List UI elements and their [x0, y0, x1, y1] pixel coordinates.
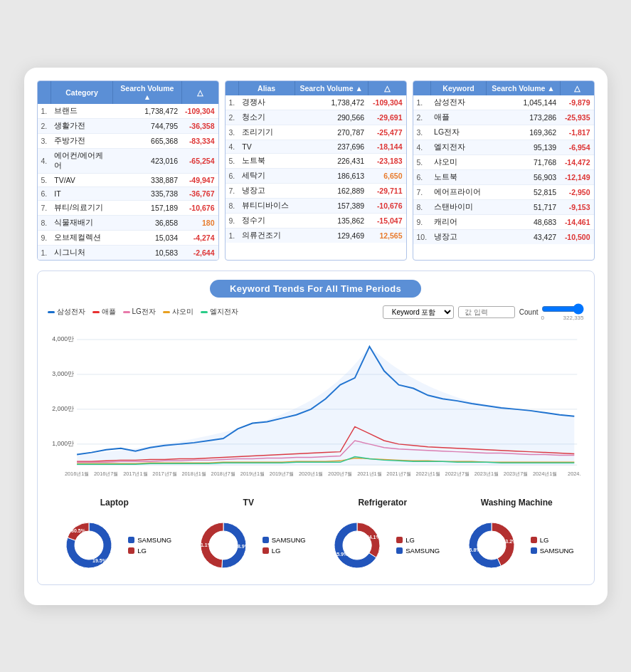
row-volume: 173,286	[487, 110, 560, 125]
table-row: 6.IT335,738-36,767	[38, 187, 218, 200]
chart-section: Keyword Trends For All Time Periods 삼성전자…	[37, 271, 595, 585]
row-volume: 95,139	[487, 140, 560, 154]
chart-title: Keyword Trends For All Time Periods	[210, 280, 421, 298]
row-delta: -109,304	[368, 95, 405, 110]
donut-title: Washing Machine	[481, 498, 553, 508]
row-name: 스탠바이미	[430, 199, 487, 214]
table-row: 5.샤오미71,768-14,472	[413, 154, 594, 169]
keyword-filter-select[interactable]: Keyword 포함	[383, 305, 454, 319]
donut-legend-label: LG	[540, 536, 549, 544]
table-row: 6.세탁기186,6136,650	[226, 168, 406, 183]
donut-legend-label: SAMSUNG	[137, 536, 171, 544]
row-volume: 10,583	[113, 245, 181, 260]
svg-text:2016년7월: 2016년7월	[94, 470, 118, 476]
row-name: 캐리어	[430, 214, 487, 229]
col-header-sv3[interactable]: Search Volume ▲	[487, 81, 560, 95]
col-header-sv1[interactable]: Search Volume ▲	[113, 81, 181, 104]
table-row: 1.의류건조기129,46912,565	[226, 228, 406, 243]
table-row: 1.경쟁사1,738,472-109,304	[226, 95, 406, 110]
row-volume: 423,016	[113, 148, 181, 173]
row-delta: -23,183	[368, 153, 405, 168]
donut-block: TV48.9%51.1%SAMSUNGLG	[184, 498, 312, 577]
row-delta: -14,461	[560, 214, 593, 229]
col-header-num3	[413, 81, 431, 95]
svg-text:4,000만: 4,000만	[52, 335, 74, 342]
row-delta: -36,767	[181, 187, 218, 200]
count-label: Count	[519, 308, 539, 316]
col-header-num	[38, 81, 51, 104]
donut-legend-item: LG	[531, 536, 574, 544]
row-num: 3.	[226, 125, 239, 140]
row-num: 7.	[38, 200, 51, 215]
table-row: 2.청소기290,566-29,691	[226, 110, 406, 125]
donut-inner: 48.9%51.1%SAMSUNGLG	[191, 513, 306, 577]
row-name: 냉장고	[238, 183, 295, 198]
legend-label: LG전자	[132, 307, 156, 317]
donut-legend-item: LG	[263, 547, 306, 555]
table-row: 8.스탠바이미51,717-9,153	[413, 199, 594, 214]
col-header-delta3[interactable]: △	[560, 81, 593, 95]
table-row: 4.TV237,696-18,144	[226, 140, 406, 153]
row-volume: 52,815	[487, 184, 560, 199]
row-delta: -9,153	[560, 199, 593, 214]
row-delta: -12,149	[560, 169, 593, 184]
svg-text:2017년1월: 2017년1월	[123, 470, 147, 476]
row-volume: 15,034	[113, 230, 181, 245]
legend-item: 삼성전자	[48, 307, 85, 317]
row-num: 6.	[413, 169, 431, 184]
row-delta: -83,334	[181, 133, 218, 148]
donut-inner: 34.1%65.9%LGSAMSUNG	[325, 513, 440, 577]
donut-label: 56.8%	[466, 547, 481, 552]
col-header-delta1[interactable]: △	[181, 81, 218, 104]
table-row: 5.노트북226,431-23,183	[226, 153, 406, 168]
row-num: 4.	[38, 148, 51, 173]
row-num: 4.	[226, 140, 239, 153]
svg-text:2023년7월: 2023년7월	[503, 470, 527, 476]
row-name: 노트북	[238, 153, 295, 168]
svg-text:2024.: 2024.	[568, 470, 580, 476]
row-volume: 1,045,144	[487, 95, 560, 110]
row-num: 7.	[413, 184, 431, 199]
svg-text:2021년1월: 2021년1월	[357, 470, 381, 476]
table-row: 10.냉장고43,427-10,500	[413, 229, 594, 244]
keyword-table: Keyword Search Volume ▲ △ 1.삼성전자1,045,14…	[413, 80, 595, 261]
row-name: 식물재배기	[51, 215, 112, 230]
svg-text:2022년1월: 2022년1월	[415, 470, 440, 476]
svg-text:2020년1월: 2020년1월	[298, 470, 322, 476]
donut-legend-item: LG	[396, 536, 440, 544]
donut-svg: 43.2%56.8%	[460, 513, 524, 577]
donut-legend-color	[531, 537, 537, 543]
row-num: 3.	[38, 133, 51, 148]
row-volume: 186,613	[295, 168, 368, 183]
donut-inner: 19.5%80.5%SAMSUNGLG	[57, 513, 171, 577]
alias-table: Alias Search Volume ▲ △ 1.경쟁사1,738,472-1…	[225, 80, 407, 261]
filter-value-input[interactable]	[458, 306, 515, 318]
donut-label: 43.2%	[502, 539, 517, 544]
legend-item: 애플	[92, 307, 116, 317]
donut-legend-item: SAMSUNG	[396, 547, 440, 555]
donut-label: 65.9%	[334, 552, 349, 557]
svg-text:2016년1월: 2016년1월	[64, 470, 88, 476]
col-header-sv2[interactable]: Search Volume ▲	[295, 81, 368, 95]
donut-legend-color	[128, 537, 134, 543]
row-delta: -10,500	[560, 229, 593, 244]
donut-segment	[357, 523, 380, 557]
row-delta: -25,935	[560, 110, 593, 125]
tables-section: Category Search Volume ▲ △ 1.브랜드1,738,47…	[37, 80, 595, 261]
row-num: 1.	[38, 245, 51, 260]
donut-legend-color	[531, 547, 537, 554]
row-num: 1.	[226, 95, 239, 110]
donut-label: 34.1%	[366, 534, 381, 539]
row-delta: -25,477	[368, 125, 405, 140]
row-num: 1.	[413, 95, 431, 110]
line-chart: 4,000만 3,000만 2,000만 1,000만	[48, 324, 584, 490]
legend-label: 샤오미	[172, 307, 193, 317]
legend-label: 애플	[102, 307, 116, 317]
count-slider[interactable]	[541, 303, 584, 315]
table-row: 9.캐리어48,683-14,461	[413, 214, 594, 229]
row-volume: 290,566	[295, 110, 368, 125]
table-row: 7.냉장고162,889-29,711	[226, 183, 406, 198]
col-header-delta2[interactable]: △	[368, 81, 405, 95]
donut-legend-label: SAMSUNG	[272, 536, 306, 544]
col-header-alias: Alias	[238, 81, 295, 95]
